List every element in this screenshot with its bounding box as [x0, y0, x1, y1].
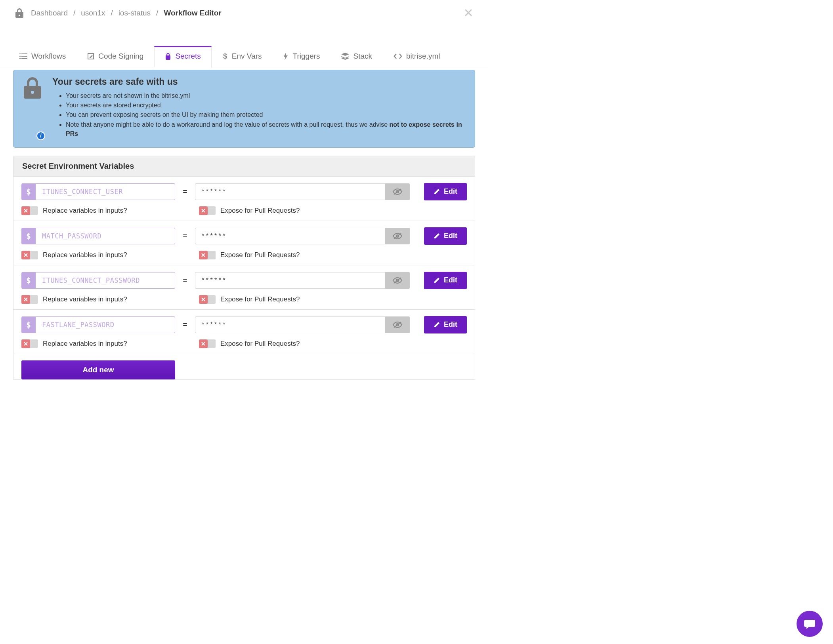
- secret-key-input[interactable]: [36, 183, 175, 200]
- add-new-button[interactable]: Add new: [21, 360, 175, 379]
- code-icon: [394, 53, 402, 59]
- tab-stack[interactable]: Stack: [331, 46, 383, 67]
- secret-row: $=EditReplace variables in inputs?Expose…: [13, 177, 475, 221]
- x-icon: [24, 209, 28, 213]
- pencil-icon: [434, 277, 440, 284]
- bolt-icon: [283, 52, 288, 60]
- expose-pr-label: Expose for Pull Requests?: [220, 340, 300, 348]
- expose-pr-toggle[interactable]: [199, 206, 216, 215]
- tab-bar: Workflows Code Signing Secrets $ Env Var…: [0, 46, 488, 67]
- lock-icon: [15, 8, 24, 18]
- equals-sign: =: [182, 232, 188, 240]
- panel-title: Secret Environment Variables: [22, 162, 466, 171]
- equals-sign: =: [182, 276, 188, 285]
- dollar-prefix: $: [21, 316, 36, 333]
- x-icon: [201, 297, 205, 301]
- secret-key-input[interactable]: [36, 316, 175, 333]
- info-banner: i Your secrets are safe with us Your sec…: [13, 70, 475, 148]
- expose-pr-label: Expose for Pull Requests?: [220, 207, 300, 215]
- breadcrumb-current: Workflow Editor: [164, 9, 221, 17]
- replace-vars-label: Replace variables in inputs?: [43, 295, 127, 303]
- list-icon: [19, 53, 27, 59]
- banner-bullet: Your secrets are not shown in the bitris…: [66, 91, 465, 100]
- equals-sign: =: [182, 320, 188, 329]
- info-badge-icon: i: [36, 131, 45, 140]
- secret-value-input[interactable]: [195, 272, 385, 289]
- dollar-prefix: $: [21, 183, 36, 200]
- tab-triggers[interactable]: Triggers: [272, 46, 331, 67]
- close-icon[interactable]: [464, 9, 472, 17]
- dollar-icon: $: [222, 52, 228, 60]
- x-icon: [24, 342, 28, 346]
- banner-lock-icon: i: [23, 76, 44, 139]
- replace-vars-toggle[interactable]: [21, 251, 38, 259]
- expose-pr-label: Expose for Pull Requests?: [220, 251, 300, 259]
- secret-key-input[interactable]: [36, 228, 175, 244]
- secret-value-input[interactable]: [195, 183, 385, 200]
- pencil-icon: [434, 233, 440, 239]
- expose-pr-toggle[interactable]: [199, 295, 216, 304]
- secret-row: $=EditReplace variables in inputs?Expose…: [13, 310, 475, 354]
- banner-bullet: You can prevent exposing secrets on the …: [66, 110, 465, 119]
- lock-icon: [165, 53, 171, 60]
- replace-vars-label: Replace variables in inputs?: [43, 340, 127, 348]
- replace-vars-label: Replace variables in inputs?: [43, 207, 127, 215]
- edit-button[interactable]: Edit: [424, 183, 467, 200]
- tab-code-signing[interactable]: Code Signing: [76, 46, 154, 67]
- pencil-icon: [434, 322, 440, 328]
- reveal-button[interactable]: [385, 228, 410, 244]
- secret-row: $=EditReplace variables in inputs?Expose…: [13, 265, 475, 310]
- edit-button[interactable]: Edit: [424, 316, 467, 333]
- reveal-button[interactable]: [385, 272, 410, 289]
- breadcrumb: Dashboard / uson1x / ios-status / Workfl…: [31, 9, 222, 17]
- expose-pr-toggle[interactable]: [199, 251, 216, 259]
- expose-pr-toggle[interactable]: [199, 339, 216, 348]
- tab-secrets[interactable]: Secrets: [154, 46, 211, 67]
- expose-pr-label: Expose for Pull Requests?: [220, 295, 300, 303]
- edit-square-icon: [87, 53, 94, 60]
- breadcrumb-user[interactable]: uson1x: [81, 9, 105, 17]
- secret-row: $=EditReplace variables in inputs?Expose…: [13, 221, 475, 265]
- x-icon: [201, 342, 205, 346]
- reveal-button[interactable]: [385, 183, 410, 200]
- secret-value-input[interactable]: [195, 316, 385, 333]
- breadcrumb-app[interactable]: ios-status: [118, 9, 151, 17]
- replace-vars-toggle[interactable]: [21, 295, 38, 304]
- x-icon: [24, 253, 28, 257]
- breadcrumb-dashboard[interactable]: Dashboard: [31, 9, 68, 17]
- banner-bullet: Your secrets are stored encrypted: [66, 101, 465, 110]
- edit-button[interactable]: Edit: [424, 227, 467, 245]
- replace-vars-toggle[interactable]: [21, 339, 38, 348]
- dollar-prefix: $: [21, 272, 36, 289]
- secret-value-input[interactable]: [195, 228, 385, 244]
- replace-vars-toggle[interactable]: [21, 206, 38, 215]
- layers-icon: [341, 53, 349, 60]
- reveal-button[interactable]: [385, 316, 410, 333]
- edit-button[interactable]: Edit: [424, 272, 467, 289]
- tab-env-vars[interactable]: $ Env Vars: [212, 46, 273, 67]
- x-icon: [201, 253, 205, 257]
- secret-key-input[interactable]: [36, 272, 175, 289]
- replace-vars-label: Replace variables in inputs?: [43, 251, 127, 259]
- tab-bitrise-yml[interactable]: bitrise.yml: [383, 46, 451, 67]
- banner-title: Your secrets are safe with us: [52, 76, 465, 87]
- svg-text:$: $: [223, 52, 227, 60]
- tab-workflows[interactable]: Workflows: [9, 46, 76, 67]
- pencil-icon: [434, 189, 440, 195]
- secrets-panel: Secret Environment Variables $=EditRepla…: [13, 156, 475, 380]
- banner-bullet: Note that anyone might be able to do a w…: [66, 120, 465, 138]
- x-icon: [201, 209, 205, 213]
- dollar-prefix: $: [21, 228, 36, 244]
- x-icon: [24, 297, 28, 301]
- equals-sign: =: [182, 187, 188, 196]
